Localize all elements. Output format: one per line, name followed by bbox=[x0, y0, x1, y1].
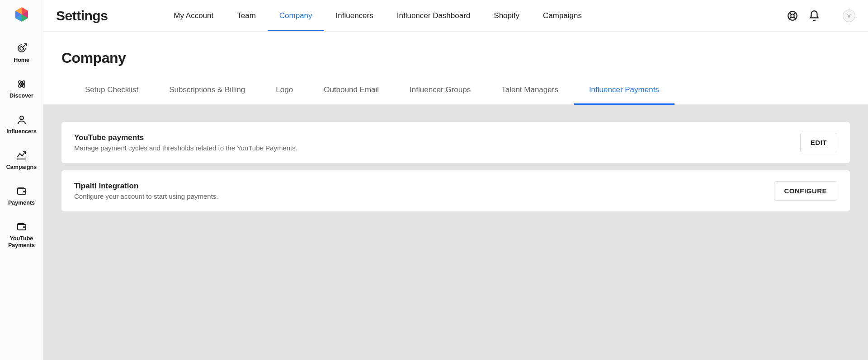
sidebar-item-label: Influencers bbox=[5, 128, 38, 135]
tab-talent-managers[interactable]: Talent Managers bbox=[486, 75, 574, 104]
configure-button[interactable]: CONFIGURE bbox=[774, 181, 838, 201]
card-tipalti-integration: Tipalti Integration Configure your accou… bbox=[61, 170, 850, 211]
topnav-team[interactable]: Team bbox=[225, 0, 268, 31]
section-tabs: Setup Checklist Subscriptions & Billing … bbox=[43, 75, 868, 105]
help-icon[interactable] bbox=[787, 10, 798, 22]
page-title: Settings bbox=[56, 0, 108, 31]
topnav-company[interactable]: Company bbox=[268, 0, 324, 31]
svg-point-17 bbox=[791, 14, 794, 18]
tab-influencer-payments[interactable]: Influencer Payments bbox=[574, 75, 675, 104]
svg-line-6 bbox=[22, 44, 26, 48]
topbar: Settings My Account Team Company Influen… bbox=[43, 0, 868, 32]
svg-line-21 bbox=[794, 17, 796, 19]
card-desc: Configure your account to start using pa… bbox=[74, 192, 218, 200]
tab-setup-checklist[interactable]: Setup Checklist bbox=[70, 75, 154, 104]
topnav-campaigns[interactable]: Campaigns bbox=[531, 0, 594, 31]
sidebar-item-influencers[interactable]: Influencers bbox=[0, 108, 43, 143]
bell-icon[interactable] bbox=[808, 10, 820, 22]
sidebar-item-label: Discover bbox=[8, 93, 35, 99]
topnav-influencers[interactable]: Influencers bbox=[324, 0, 385, 31]
svg-point-13 bbox=[24, 191, 24, 192]
sidebar-item-campaigns[interactable]: Campaigns bbox=[0, 143, 43, 179]
sidebar-item-payments[interactable]: Payments bbox=[0, 179, 43, 215]
sidebar-item-home[interactable]: Home bbox=[0, 36, 43, 72]
sidebar-item-discover[interactable]: Discover bbox=[0, 72, 43, 108]
topnav-shopify[interactable]: Shopify bbox=[482, 0, 531, 31]
content: YouTube payments Manage payment cycles a… bbox=[43, 105, 868, 360]
svg-point-15 bbox=[24, 227, 24, 228]
tab-outbound-email[interactable]: Outbound Email bbox=[308, 75, 394, 104]
edit-button[interactable]: EDIT bbox=[800, 133, 837, 152]
card-youtube-payments: YouTube payments Manage payment cycles a… bbox=[61, 122, 850, 163]
topnav-influencer-dashboard[interactable]: Influencer Dashboard bbox=[385, 0, 482, 31]
target-icon bbox=[16, 42, 28, 54]
svg-point-9 bbox=[21, 84, 22, 85]
topnav-my-account[interactable]: My Account bbox=[162, 0, 225, 31]
app-logo-icon[interactable] bbox=[14, 6, 30, 23]
trend-icon bbox=[16, 150, 28, 161]
person-icon bbox=[16, 114, 28, 126]
tab-influencer-groups[interactable]: Influencer Groups bbox=[394, 75, 486, 104]
wallet-icon bbox=[16, 185, 28, 197]
wallet-icon bbox=[16, 221, 28, 233]
sidebar-item-label: Campaigns bbox=[5, 164, 38, 171]
subheader: Company bbox=[43, 32, 868, 75]
subheader-title: Company bbox=[61, 50, 850, 66]
sidebar: Home Discover Influencers bbox=[0, 0, 43, 360]
topnav: My Account Team Company Influencers Infl… bbox=[162, 0, 594, 31]
svg-line-19 bbox=[794, 12, 796, 14]
tab-logo[interactable]: Logo bbox=[260, 75, 308, 104]
discover-icon bbox=[16, 78, 28, 90]
avatar[interactable]: V bbox=[843, 9, 855, 22]
card-title: YouTube payments bbox=[74, 133, 297, 142]
sidebar-item-label: YouTube Payments bbox=[6, 235, 37, 249]
svg-line-18 bbox=[789, 12, 791, 14]
sidebar-item-youtube-payments[interactable]: YouTube Payments bbox=[0, 215, 43, 257]
svg-line-20 bbox=[789, 17, 791, 19]
card-desc: Manage payment cycles and thresholds rel… bbox=[74, 144, 297, 152]
card-title: Tipalti Integration bbox=[74, 182, 218, 191]
sidebar-item-label: Home bbox=[12, 57, 31, 64]
tab-subscriptions-billing[interactable]: Subscriptions & Billing bbox=[154, 75, 260, 104]
sidebar-item-label: Payments bbox=[6, 200, 37, 206]
main: Settings My Account Team Company Influen… bbox=[43, 0, 868, 360]
svg-point-10 bbox=[20, 116, 24, 120]
topbar-actions: V bbox=[787, 0, 855, 31]
